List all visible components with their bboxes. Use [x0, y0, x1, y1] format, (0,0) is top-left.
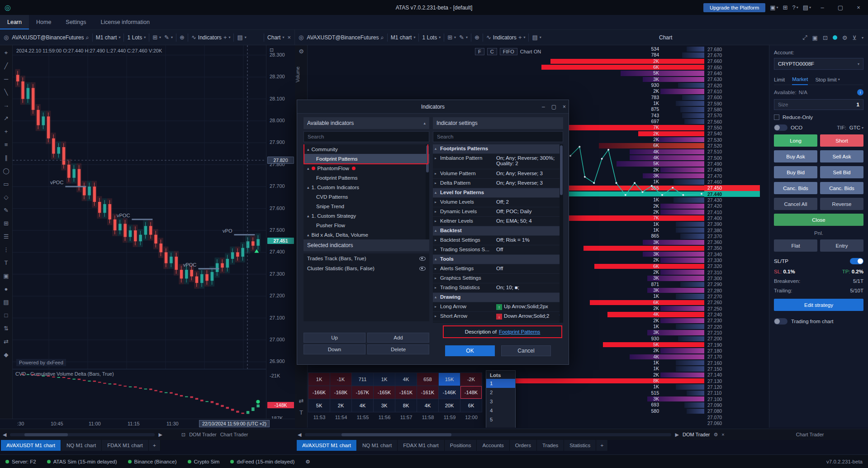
gear-icon[interactable]: ⚙	[295, 48, 308, 55]
settings-group[interactable]: ▴Footprints Patterns	[433, 144, 563, 154]
reduce-only-checkbox[interactable]	[774, 115, 779, 120]
settings-row[interactable]: ▸Volume PatternOn; Any; Reverse; 3	[433, 169, 563, 179]
selected-indicator-item[interactable]: Trades Track (Bars, True)	[304, 253, 429, 263]
ladder-row[interactable]: 2K27.140	[484, 372, 763, 378]
gear-icon[interactable]: ⚙	[305, 458, 310, 465]
settings-row[interactable]: ▸Graphics Settings	[433, 274, 563, 283]
tree-item[interactable]: ▴Bid x Ask, Delta, Volume	[304, 230, 429, 239]
table-cell[interactable]: 1K	[373, 372, 395, 386]
expand-arrow-icon[interactable]: ▴	[307, 214, 309, 218]
table-cell[interactable]: 4K	[351, 399, 374, 412]
expand-arrow-icon[interactable]: ▸	[435, 181, 436, 185]
table-cell[interactable]: -161K	[395, 386, 417, 399]
scroll-right-icon[interactable]: ▶	[675, 432, 678, 438]
expand-arrow-icon[interactable]: ▸	[435, 286, 436, 290]
settings-search-input[interactable]: Search	[433, 131, 563, 142]
cursor-icon[interactable]: ⌖	[0, 46, 12, 59]
ladder-row[interactable]: 2K27.610	[484, 88, 763, 94]
indicators-button[interactable]: ∿Indicators+▾	[486, 34, 526, 41]
tab-avaxusdt-m1-chart[interactable]: AVAXUSDT M1 chart	[1, 440, 61, 451]
lots-selector[interactable]: 1 Lots▾	[127, 34, 146, 41]
swap-vertical-icon[interactable]: ⇅	[0, 322, 12, 335]
tree-item[interactable]: Footprint Patterns	[304, 154, 429, 163]
info-icon[interactable]: i	[857, 89, 863, 96]
ladder-row[interactable]: 58027.080	[484, 408, 763, 414]
reduce-only-row[interactable]: Reduce-Only	[774, 115, 863, 120]
settings-row[interactable]: ▸Long Arrow↑Up Arrow;Solid;2px	[433, 302, 563, 312]
settings-value[interactable]: Off	[494, 245, 563, 254]
close-button[interactable]: ×	[852, 4, 865, 11]
status-item[interactable]: ATAS Sim (15-min delayed)	[47, 459, 117, 464]
table-cell[interactable]: 4K	[395, 372, 417, 386]
dom-trader-tab[interactable]: DOM Trader	[189, 432, 217, 437]
settings-group[interactable]: ▴Level for Patterns	[433, 188, 563, 198]
timeframe-selector[interactable]: M1 chart▾	[96, 34, 121, 41]
settings-value[interactable]: On; 10; ■;	[494, 283, 563, 292]
ok-button[interactable]: OK	[445, 345, 495, 356]
trading-from-chart-toggle[interactable]	[774, 318, 787, 325]
settings-value[interactable]: On; Any; Reverse; 3	[494, 179, 563, 188]
maximize-button[interactable]: ▢	[834, 4, 847, 11]
cvd-panel[interactable]: CVD - Cumulative Volume Delta (Bars, Tru…	[13, 369, 266, 419]
gear-icon[interactable]: ⚙	[842, 34, 848, 41]
close-chart-icon[interactable]: ×	[287, 34, 291, 41]
layout-button[interactable]: ▤▾	[237, 34, 246, 41]
ladder-row[interactable]: 3K27.100	[484, 396, 763, 402]
settings-value[interactable]: On; Any; Reverse; 3	[494, 169, 563, 178]
brush-icon[interactable]: ✎	[0, 204, 12, 217]
tab-nq-m1-chart[interactable]: NQ M1 chart	[61, 440, 102, 451]
close-icon[interactable]: ×	[721, 432, 724, 437]
lots-selector[interactable]: 1 Lots▾	[422, 34, 441, 41]
table-cell[interactable]: -165K	[373, 386, 395, 399]
ladder-row[interactable]: 8K27.130	[484, 378, 763, 384]
grid-tool-icon[interactable]: ⊞	[0, 217, 12, 230]
expand-arrow-icon[interactable]: ▸	[435, 248, 436, 252]
table-cell[interactable]: 1K	[308, 372, 330, 386]
settings-row[interactable]: ▸Alerts SettingsOff	[433, 264, 563, 274]
candlestick-chart[interactable]: 2024.22.10 11:59:00 O:27.440 H:27.490 L:…	[13, 45, 266, 369]
add-tab-button[interactable]: +	[596, 440, 608, 451]
flag-c[interactable]: C	[487, 48, 497, 55]
tab-fdax-m1-chart[interactable]: FDAX M1 chart	[102, 440, 149, 451]
status-item[interactable]: dxFeed (15-min delayed)	[230, 459, 294, 464]
table-cell[interactable]: 5K	[308, 399, 330, 412]
cancel-bids-button[interactable]: Canc. Bids	[774, 182, 817, 194]
chart-type-button[interactable]: ⊞▾	[447, 34, 456, 41]
tree-item[interactable]: Pusher Flow	[304, 220, 429, 230]
minimize-button[interactable]: –	[816, 4, 829, 11]
channel-icon[interactable]: ∥	[0, 151, 12, 164]
tif-dropdown[interactable]: GTC▾	[849, 125, 863, 130]
table-cell[interactable]: -166K	[308, 386, 330, 399]
menu-item-license-information[interactable]: License information	[94, 15, 157, 29]
expand-arrow-icon[interactable]: ▸	[435, 238, 436, 242]
expand-arrow-icon[interactable]: ▸	[435, 219, 436, 223]
table-cell[interactable]: -167K	[351, 386, 374, 399]
zoom-in-icon[interactable]: ⊕	[474, 34, 479, 41]
ladder-row[interactable]: 51527.110	[484, 390, 763, 396]
status-item[interactable]: Server: F2	[5, 459, 36, 464]
settings-group[interactable]: ▴Drawing	[433, 293, 563, 302]
tree-item[interactable]: CVD Patterns	[304, 192, 429, 201]
fifo-flag[interactable]: FIFO	[500, 48, 517, 55]
size-input[interactable]: Size 1	[774, 99, 863, 110]
tab-fdax-m1-chart[interactable]: FDAX M1 chart	[398, 440, 445, 451]
drawing-button[interactable]: ✎▾	[164, 34, 173, 41]
table-cell[interactable]: 8K	[395, 399, 417, 412]
settings-value[interactable]: Off; POC; Daily	[494, 207, 563, 216]
table-cell[interactable]: 2K	[330, 399, 352, 412]
sell-bid-button[interactable]: Sell Bid	[820, 166, 863, 178]
expand-arrow-icon[interactable]: ▸	[435, 172, 436, 176]
settings-value[interactable]: On; Any; Reverse; 300%; Quality: 2	[494, 154, 563, 169]
ladder-row[interactable]: 5K27.640	[484, 70, 763, 76]
swap-horizontal-icon[interactable]: ⇄	[0, 335, 12, 348]
tree-item[interactable]: ▴1. Custom Indicators	[304, 182, 429, 192]
settings-value[interactable]: Off	[494, 264, 563, 273]
reverse-button[interactable]: Reverse	[820, 198, 863, 210]
settings-row[interactable]: ▸Keltner LevelsOn; EMA; 50; 4	[433, 217, 563, 226]
settings-row[interactable]: ▸Backtest SettingsOff; Risk = 1%	[433, 236, 563, 245]
arrow-icon[interactable]: →	[0, 99, 12, 112]
chart-trader-tab[interactable]: Chart Trader	[220, 432, 248, 437]
horizontal-scrollbar[interactable]	[305, 433, 671, 436]
scroll-right-icon[interactable]: ▶	[158, 432, 162, 438]
tree-item[interactable]: ▴Community	[304, 144, 429, 154]
